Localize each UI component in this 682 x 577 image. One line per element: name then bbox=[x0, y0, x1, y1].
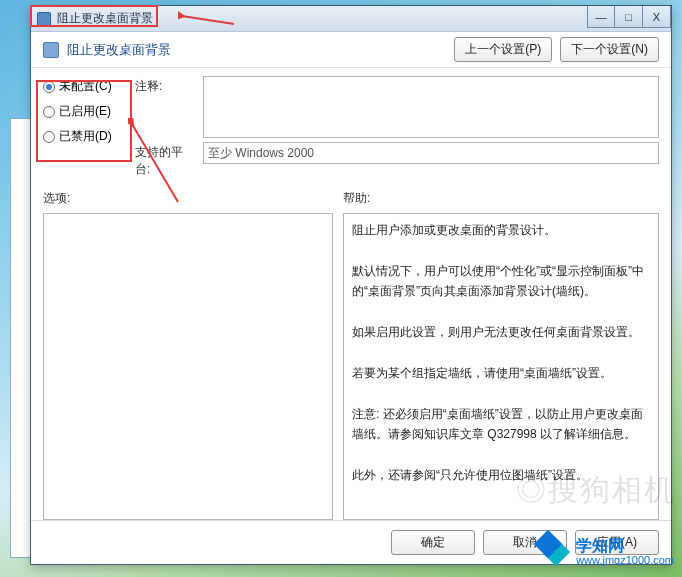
nav-buttons: 上一个设置(P) 下一个设置(N) bbox=[454, 37, 659, 62]
policy-name: 阻止更改桌面背景 bbox=[67, 41, 171, 59]
minimize-button[interactable]: — bbox=[587, 6, 615, 28]
help-header: 帮助: bbox=[343, 190, 659, 207]
subtitle-row: 阻止更改桌面背景 上一个设置(P) 下一个设置(N) bbox=[31, 32, 671, 68]
ok-button[interactable]: 确定 bbox=[391, 530, 475, 555]
apply-button[interactable]: 应用(A) bbox=[575, 530, 659, 555]
policy-editor-window: 阻止更改桌面背景 — □ X 阻止更改桌面背景 上一个设置(P) 下一个设置(N… bbox=[30, 5, 672, 565]
next-setting-button[interactable]: 下一个设置(N) bbox=[560, 37, 659, 62]
maximize-button[interactable]: □ bbox=[615, 6, 643, 28]
dialog-footer: 确定 取消 应用(A) bbox=[31, 520, 671, 564]
radio-not-configured[interactable]: 未配置(C) bbox=[43, 78, 125, 95]
radio-enabled[interactable]: 已启用(E) bbox=[43, 103, 125, 120]
radio-not-configured-input[interactable] bbox=[43, 81, 55, 93]
titlebar[interactable]: 阻止更改桌面背景 — □ X bbox=[31, 6, 671, 32]
app-icon bbox=[37, 12, 51, 26]
comment-label: 注释: bbox=[135, 76, 197, 95]
fields-column: 注释: 支持的平台: 至少 Windows 2000 bbox=[135, 76, 659, 176]
policy-icon bbox=[43, 42, 59, 58]
radio-disabled-label: 已禁用(D) bbox=[59, 128, 112, 145]
comment-textarea[interactable] bbox=[203, 76, 659, 138]
panels-row: 阻止用户添加或更改桌面的背景设计。 默认情况下，用户可以使用“个性化”或“显示控… bbox=[43, 213, 659, 520]
radio-disabled[interactable]: 已禁用(D) bbox=[43, 128, 125, 145]
cancel-button[interactable]: 取消 bbox=[483, 530, 567, 555]
options-header: 选项: bbox=[43, 190, 333, 207]
help-panel[interactable]: 阻止用户添加或更改桌面的背景设计。 默认情况下，用户可以使用“个性化”或“显示控… bbox=[343, 213, 659, 520]
radio-not-configured-label: 未配置(C) bbox=[59, 78, 112, 95]
window-title: 阻止更改桌面背景 bbox=[57, 10, 153, 27]
window-controls: — □ X bbox=[587, 6, 671, 31]
previous-setting-button[interactable]: 上一个设置(P) bbox=[454, 37, 552, 62]
desktop-background: 阻止更改桌面背景 — □ X 阻止更改桌面背景 上一个设置(P) 下一个设置(N… bbox=[0, 0, 682, 577]
radio-enabled-input[interactable] bbox=[43, 106, 55, 118]
platform-label: 支持的平台: bbox=[135, 142, 197, 178]
supported-platform-box: 至少 Windows 2000 bbox=[203, 142, 659, 164]
radio-enabled-label: 已启用(E) bbox=[59, 103, 111, 120]
content-area: 未配置(C) 已启用(E) 已禁用(D) 注释: 支持的平台: 至少 W bbox=[31, 68, 671, 520]
options-panel[interactable] bbox=[43, 213, 333, 520]
close-button[interactable]: X bbox=[643, 6, 671, 28]
top-config-area: 未配置(C) 已启用(E) 已禁用(D) 注释: 支持的平台: 至少 W bbox=[43, 76, 659, 176]
panel-headers: 选项: 帮助: bbox=[43, 190, 659, 207]
radio-disabled-input[interactable] bbox=[43, 131, 55, 143]
state-radio-group: 未配置(C) 已启用(E) 已禁用(D) bbox=[43, 76, 125, 176]
